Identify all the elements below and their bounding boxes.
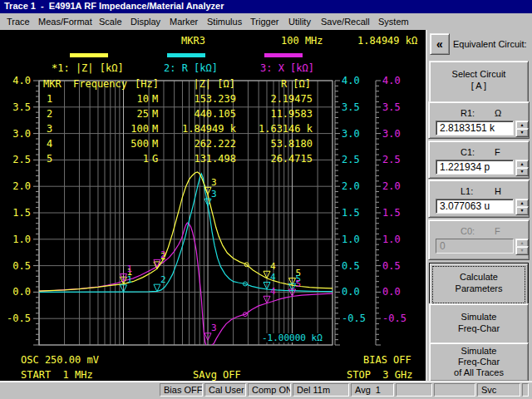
parameter-unit-label: F — [495, 147, 500, 157]
parameter-value-input: 0 — [436, 239, 514, 254]
simulate-freq-char-button[interactable]: SimulateFreq-Char — [429, 303, 529, 345]
menu-item-stimulus[interactable]: Stimulus — [205, 13, 244, 30]
sweep-average-readout: SAvg OFF — [193, 370, 241, 380]
marker-table-cell: 1 — [47, 94, 52, 104]
e4991a-analyzer-window: Trace 1 - E4991A RF Impedance/Material A… — [0, 0, 532, 399]
marker-table-cell: 1.84949 k — [153, 124, 236, 134]
marker-table-cell: 10 — [73, 94, 149, 104]
menu-item-system[interactable]: System — [377, 13, 411, 30]
active-marker-label: MKR3 — [181, 36, 205, 46]
marker-table-header: R [Ω] — [228, 79, 311, 89]
collapse-sidebar-button[interactable]: « — [430, 33, 450, 55]
marker-table-cell: 2.19475 — [229, 94, 313, 104]
instrument-screen: MKR3 100 MHz 1.84949 kΩ *1: |Z| [kΩ]2: R… — [0, 30, 426, 381]
simulate-freq-char-all-traces-button[interactable]: SimulateFreq-Charof All Traces — [429, 342, 529, 382]
status-cell-comp-on: Comp ON — [248, 383, 291, 397]
marker-table-cell: 26.4715 — [229, 154, 313, 164]
status-cell-cal-user: Cal User — [204, 383, 246, 397]
status-cell-del-11m: Del 11m — [293, 383, 349, 397]
value-spinner: ▴▾ — [515, 160, 527, 175]
title-bar: Trace 1 - E4991A RF Impedance/Material A… — [0, 0, 532, 13]
select-circuit-button[interactable]: Select Circuit[ A ] — [429, 61, 529, 105]
marker-table-cell: 262.222 — [153, 139, 236, 149]
menu-item-meas-format[interactable]: Meas/Format — [37, 13, 94, 30]
marker-frequency-readout: 100 MHz — [281, 36, 323, 46]
marker-table-header: MKR — [43, 79, 62, 89]
osc-level-readout: OSC 250.00 mV — [21, 355, 99, 365]
marker-table-cell: 440.105 — [153, 109, 236, 119]
stop-frequency-readout: STOP 3 GHz — [347, 370, 412, 380]
value-spinner: ▴▾ — [515, 199, 527, 214]
parameter-group-r1: R1:Ω2.8183151 k▴▾ — [428, 101, 530, 139]
marker-table-header: |Z| [Ω] — [152, 79, 235, 89]
bias-status-readout: BIAS OFF — [363, 355, 411, 365]
menu-item-trigger[interactable]: Trigger — [249, 13, 280, 30]
marker-table-cell: 4 — [47, 139, 52, 149]
legend-label: 3: X [kΩ] — [260, 63, 314, 73]
equivalent-circuit-sidebar: « Equivalent Circuit: Select Circuit[ A … — [426, 30, 532, 381]
marker-table-cell: 100 — [73, 124, 149, 134]
status-cell-avg-1: Avg 1 — [351, 383, 394, 397]
menu-item-utility[interactable]: Utility — [287, 13, 313, 30]
status-cell-svc: Svc — [477, 383, 520, 397]
parameter-value-input[interactable]: 1.221934 p — [436, 160, 514, 175]
value-spinner: ▴▾ — [515, 121, 527, 135]
menu-item-display[interactable]: Display — [129, 13, 162, 30]
parameter-label: C0: — [461, 226, 475, 236]
parameter-unit-label: H — [495, 186, 501, 196]
spinner-down-icon[interactable]: ▾ — [515, 206, 529, 215]
legend-color-bar — [264, 53, 303, 57]
parameter-value-input[interactable]: 2.8183151 k — [436, 121, 514, 135]
marker-table-cell: 131.498 — [153, 154, 236, 164]
parameter-group-c0: C0:F0▴▾ — [428, 219, 530, 260]
marker-table-cell: 1.63146 k — [229, 124, 313, 134]
menu-item-scale[interactable]: Scale — [97, 13, 124, 30]
calculate-parameters-button[interactable]: CalculateParameters — [429, 263, 529, 307]
menu-item-trace[interactable]: Trace — [5, 13, 32, 30]
parameter-label: R1: — [461, 108, 475, 118]
marker-table-header: [Hz] — [83, 79, 159, 89]
spinner-down-icon: ▾ — [515, 246, 529, 255]
marker-table-cell: 25 — [73, 109, 149, 119]
parameter-label: C1: — [461, 147, 475, 157]
window-title: Trace 1 - E4991A RF Impedance/Material A… — [4, 1, 224, 11]
status-cell-empty — [522, 383, 529, 397]
spinner-down-icon[interactable]: ▾ — [515, 167, 529, 176]
menu-item-save-recall[interactable]: Save/Recall — [319, 13, 372, 30]
parameter-value-input[interactable]: 3.077063 u — [436, 199, 514, 214]
parameter-label: L1: — [461, 186, 473, 196]
value-spinner: ▴▾ — [515, 239, 527, 254]
marker-table-cell: 1 — [73, 154, 149, 164]
sidebar-title: Equivalent Circuit: — [453, 39, 527, 49]
scale-bottom-annotation: -1.00000 kΩ — [260, 333, 324, 342]
parameter-group-c1: C1:F1.221934 p▴▾ — [428, 140, 530, 179]
status-cell-bias-off: Bias OFF — [160, 383, 203, 397]
status-bar: Bias OFFCal UserComp ONDel 11mAvg 1Svc — [0, 381, 532, 399]
legend-color-bar — [167, 53, 205, 57]
legend-color-bar — [70, 53, 108, 57]
legend-label: 2: R [kΩ] — [164, 63, 218, 73]
status-cell-empty — [434, 383, 475, 397]
marker-table-cell: 2 — [47, 109, 52, 119]
parameter-group-l1: L1:H3.077063 u▴▾ — [428, 180, 530, 218]
marker-table-cell: 53.8180 — [229, 139, 313, 149]
marker-table-cell: 11.9583 — [229, 109, 313, 119]
parameter-unit-label: F — [495, 226, 500, 236]
status-cell-empty — [396, 383, 432, 397]
marker-table-cell: 500 — [73, 139, 149, 149]
marker-value-readout: 1.84949 kΩ — [357, 36, 417, 46]
legend-label: *1: |Z| [kΩ] — [52, 63, 124, 73]
parameter-unit-label: Ω — [495, 108, 501, 118]
menu-item-marker[interactable]: Marker — [168, 13, 200, 30]
menu-bar: TraceMeas/FormatScaleDisplayMarkerStimul… — [0, 13, 532, 30]
marker-table-cell: 5 — [47, 154, 52, 164]
marker-table-cell: 3 — [47, 124, 52, 134]
spinner-down-icon[interactable]: ▾ — [515, 128, 529, 137]
marker-table-cell: 153.239 — [153, 94, 236, 104]
start-frequency-readout: START 1 MHz — [21, 370, 93, 380]
